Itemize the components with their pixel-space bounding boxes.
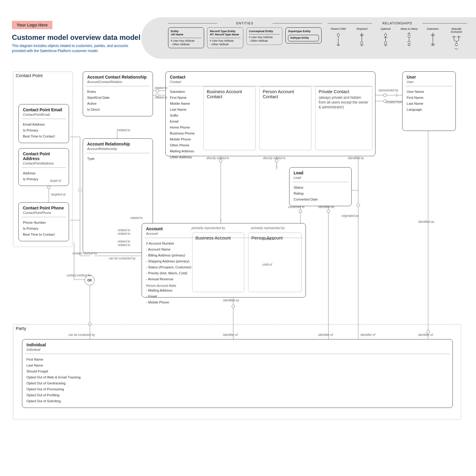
lbl: identifier of <box>318 333 333 336</box>
legend-attr: # User Key Attribute <box>210 39 240 43</box>
entity-attr: Best Time to Contact <box>23 133 65 139</box>
entity-attr: # Account Number <box>146 240 194 246</box>
entity-attr: Email Address <box>23 121 65 127</box>
legend-entity-supertype: Supertype Entity Subtype Entity <box>285 27 321 43</box>
legend-attr: # User Key Attribute <box>171 39 201 43</box>
subtype-business-account: Business Account <box>192 233 244 292</box>
entity-attr: - Account Name <box>146 246 194 252</box>
legend-rel-mutually-exclusive: Mutually Exclusive <box>446 27 467 56</box>
entity-attr: Is Primary <box>23 226 65 231</box>
legend-entity-dashed: Record Type Entity RT: Record Type Name … <box>207 27 243 48</box>
entity-attr: Is Primary <box>23 127 65 133</box>
legend-entities: ENTITIES Entity API Name # User Key Attr… <box>168 21 322 56</box>
lbl: identified as <box>318 205 334 209</box>
lbl: identified as <box>223 299 239 302</box>
entity-attr: Salutation <box>170 89 203 95</box>
entity-lead: Lead Lead Status Rating Converted Date <box>289 167 352 206</box>
entity-attr: Mobile Phone <box>170 136 203 142</box>
entity-attr: First Name <box>407 95 451 101</box>
entity-attr: First Name <box>170 95 203 101</box>
entity-attr: Should Forget <box>26 368 448 374</box>
entity-attr: Home Phone <box>170 124 203 130</box>
lbl: can be contacted by <box>68 333 95 336</box>
lbl: target of <box>50 179 61 182</box>
subtype-desc: (always private and hidden from all user… <box>319 95 369 110</box>
entity-user: User User User Name First Name Last Name… <box>402 71 456 131</box>
subtype-name: Business Account Contact <box>207 89 252 99</box>
entity-attr: Mailing Address <box>170 148 203 154</box>
legend-entity-dotted: Conceptual Entity # User Key Attribute -… <box>246 27 282 45</box>
legend-relationships: RELATIONSHIPS Parent-ChildRequiredOption… <box>328 21 467 56</box>
entity-attr: Opted Out of Processing <box>26 386 448 392</box>
entity-name: Contact Point Phone <box>23 206 65 210</box>
legend-rel-many-to-many: Many-to-Many <box>399 27 420 56</box>
svg-point-9 <box>384 42 387 44</box>
subtype-business-account-contact: Business Account Contact <box>203 86 256 150</box>
svg-point-5 <box>361 42 363 44</box>
legend-entity-subtype: Subtype Entity <box>288 35 319 41</box>
lbl: converted to <box>288 205 304 209</box>
entity-attr: Type <box>87 156 148 162</box>
entity-attr: Opted Out of Soliciting <box>26 398 448 404</box>
entity-attr: Opted Out of Geotracking <box>26 380 448 386</box>
svg-point-23 <box>455 43 458 46</box>
entity-name: Account Contact Relationship <box>87 75 148 79</box>
page-subtitle: This diagram includes objects related to… <box>12 43 140 54</box>
entity-api: ContactPointEmail <box>23 113 65 116</box>
entity-attr: First Name <box>26 356 448 362</box>
subtype-name: Business Account <box>195 235 241 240</box>
legend-entity-dotted-title: Conceptual Entity <box>249 29 280 33</box>
legend-entities-heading: ENTITIES <box>168 21 322 25</box>
or-label: OR <box>87 279 92 282</box>
lbl: can be contacted by <box>109 257 136 260</box>
entity-name: Contact Point Address <box>23 151 65 161</box>
legend-entity-solid-title: Entity <box>171 29 201 33</box>
legend-attr: # User Key Attribute <box>249 36 280 39</box>
subtype-person-account-contact: Person Account Contact <box>259 86 311 150</box>
subtype-name: Private Contact <box>319 89 369 94</box>
lbl: related to <box>118 243 130 247</box>
svg-point-7 <box>384 34 387 36</box>
entity-contact-point-phone: Contact Point Phone ContactPointPhone Ph… <box>18 202 69 241</box>
subtype-person-account: Person Account <box>248 233 302 292</box>
group-contact-point-title: Contact Point <box>16 73 43 78</box>
lbl: related to <box>155 86 167 90</box>
entity-attr: Roles <box>87 89 148 95</box>
lbl: identifier of <box>361 333 375 336</box>
entity-attr: - Status (Prospect, Customer) <box>146 264 194 270</box>
lbl: identifier of <box>223 333 238 336</box>
entity-attr: Other Address <box>170 154 203 160</box>
diagram-canvas: Contact Point Contact Point Email Contac… <box>13 71 463 452</box>
entity-name: Contact <box>170 75 371 79</box>
entity-attr: Last Name <box>170 107 203 112</box>
legend-attr: - Other Attribute <box>210 43 240 46</box>
lbl: child of <box>262 263 272 266</box>
entity-individual: Individual Individual First NameLast Nam… <box>22 339 453 408</box>
legend-attr: - Other Attribute <box>249 39 280 43</box>
entity-attr: - Email <box>146 293 194 299</box>
entity-name: Contact Point Email <box>23 107 65 112</box>
lbl: contact method for <box>73 252 97 255</box>
entity-attr: Best Time to Contact <box>23 231 65 237</box>
entity-attr: - Priority (Hot, Warm, Cold) <box>146 270 194 276</box>
legend-entity-supertype-title: Supertype Entity <box>288 29 319 33</box>
entity-attr: Is Direct <box>87 107 148 112</box>
lbl: directly related to <box>263 156 286 160</box>
lbl: represented by <box>378 89 398 92</box>
subtype-private-contact: Private Contact (always private and hidd… <box>315 86 372 150</box>
legend-entity-solid: Entity API Name # User Key Attribute - O… <box>168 27 204 48</box>
entity-contact-point-email: Contact Point Email ContactPointEmail Em… <box>18 104 69 143</box>
svg-point-1 <box>337 34 339 36</box>
entity-name: User <box>407 75 451 79</box>
legend-entity-dashed-api: RT: Record Type Name <box>210 33 240 37</box>
entity-attr: Business Phone <box>170 130 203 136</box>
lbl: directly related to <box>206 156 229 160</box>
entity-attr: Email <box>170 118 203 124</box>
legend-entity-solid-api: API Name <box>171 33 201 37</box>
entity-attr: Last Name <box>407 101 451 107</box>
legend-attr: - Other Attribute <box>171 43 201 46</box>
subtype-name: Person Account Contact <box>263 89 308 99</box>
legend-relationships-heading: RELATIONSHIPS <box>328 21 467 25</box>
legend-rel-required: Required <box>351 27 372 56</box>
legend: ENTITIES Entity API Name # User Key Attr… <box>141 17 476 59</box>
